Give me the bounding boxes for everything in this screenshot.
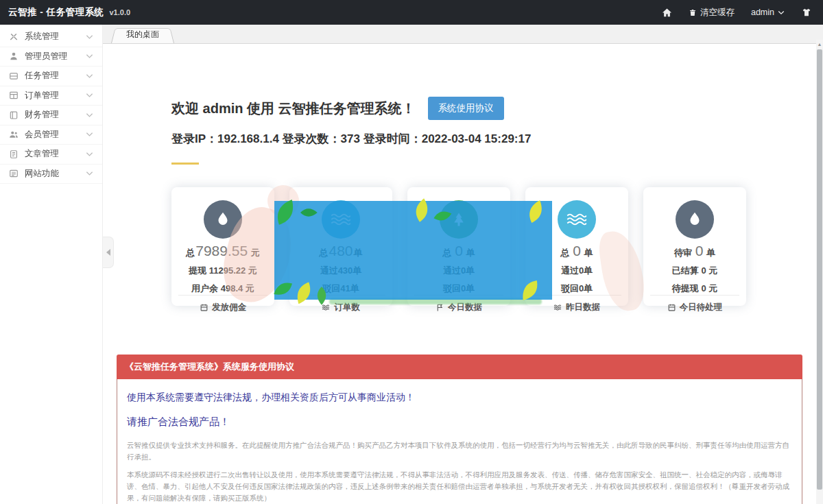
topbar-actions: 清空缓存 admin <box>662 7 812 19</box>
members-icon <box>9 130 19 139</box>
agreement-paragraph-2: 本系统源码不得未经授权进行二次出售转让以及使用，使用本系统需要遵守法律法规，不得… <box>127 469 792 504</box>
home-button[interactable] <box>662 8 672 18</box>
clear-cache-label: 清空缓存 <box>700 7 735 19</box>
chevron-down-icon <box>86 34 93 40</box>
tree-icon <box>440 200 478 239</box>
sidebar-item-site[interactable]: 网站功能 <box>0 165 102 184</box>
home-icon <box>662 8 672 18</box>
sidebar-item-system[interactable]: 系统管理 <box>0 27 102 47</box>
card-stat-line2: 已结算 0 元 <box>672 265 717 277</box>
sidebar-collapse-handle[interactable] <box>103 237 114 268</box>
app-title: 云智推 - 任务管理系统 <box>8 6 104 19</box>
tab-my-desktop[interactable]: 我的桌面 <box>111 26 174 43</box>
chevron-down-icon <box>86 171 93 176</box>
site-icon <box>9 169 19 178</box>
card-stat-line3: 驳回41单 <box>322 283 359 295</box>
chevron-down-icon <box>86 112 93 118</box>
agreement-header: 《云智推任务管理系统》系统服务使用协议 <box>117 355 802 379</box>
sidebar-item-label: 财务管理 <box>25 109 59 121</box>
chevron-down-icon <box>86 73 93 79</box>
card-stat-line3: 待提现 0 元 <box>672 283 717 295</box>
sidebar: 系统管理 管理员管理 任务管理 订单管理 财务管理 会员管理 <box>0 25 103 504</box>
sidebar-item-label: 会员管理 <box>25 129 59 141</box>
chevron-down-icon <box>86 132 93 137</box>
login-info: 登录IP：192.168.1.4 登录次数：373 登录时间：2022-03-0… <box>171 131 823 147</box>
card-commission: 总7989.55 元 提现 11295.22 元 用户余 498.4 元 发放佣… <box>171 187 274 306</box>
welcome-block: 欢迎 admin 使用 云智推任务管理系统！ 系统使用协议 登录IP：192.1… <box>171 97 823 165</box>
agreement-paragraph-1: 云智推仅提供专业技术支持和服务。在此提醒使用方推广合法合规产品！购买产品乙方对本… <box>127 440 792 464</box>
finance-icon <box>9 110 19 120</box>
card-stat-total: 待审 0 单 <box>674 243 715 259</box>
accent-divider <box>171 163 199 165</box>
sidebar-item-label: 任务管理 <box>25 70 59 82</box>
waves-icon <box>322 303 331 312</box>
chevron-down-icon <box>778 10 785 15</box>
card-footer: 今日数据 <box>414 295 504 320</box>
card-stat-line3: 驳回0单 <box>443 283 475 295</box>
card-stat-line3: 驳回0单 <box>561 283 593 295</box>
card-stat-total: 总 0 单 <box>443 243 475 259</box>
calendar-icon <box>667 303 676 312</box>
sidebar-item-articles[interactable]: 文章管理 <box>0 145 102 165</box>
chevron-left-icon <box>106 249 110 256</box>
card-stat-line2: 通过430单 <box>320 265 362 277</box>
card-footer: 订单数 <box>296 295 386 320</box>
theme-button[interactable] <box>801 8 812 17</box>
card-stat-line2: 提现 11295.22 元 <box>189 265 257 277</box>
card-footer: 今日待处理 <box>650 295 740 320</box>
card-footer: 昨日数据 <box>532 295 622 320</box>
article-icon <box>9 149 19 159</box>
agreement-notice-2: 请推广合法合规产品！ <box>127 416 792 429</box>
sidebar-item-orders[interactable]: 订单管理 <box>0 86 102 106</box>
chevron-down-icon <box>86 53 93 59</box>
sidebar-item-label: 文章管理 <box>25 148 59 160</box>
card-stat-total: 总480单 <box>319 243 362 259</box>
sidebar-item-finance[interactable]: 财务管理 <box>0 106 102 125</box>
tab-bar: 我的桌面 <box>103 25 823 44</box>
orders-icon <box>9 91 19 100</box>
user-menu[interactable]: admin <box>751 8 785 17</box>
card-stat-line3: 用户余 498.4 元 <box>191 283 254 295</box>
card-yesterday: 总 0 单 通过0单 驳回0单 昨日数据 <box>525 187 628 306</box>
card-stat-total: 总7989.55 元 <box>186 243 260 259</box>
scrollbar-thumb[interactable] <box>817 49 822 490</box>
user-icon <box>9 51 19 61</box>
username: admin <box>751 8 774 17</box>
chevron-down-icon <box>86 93 93 98</box>
agreement-notice-1: 使用本系统需要遵守法律法规，办理相关资质后方可从事商业活动！ <box>127 392 792 404</box>
card-stat-total: 总 0 单 <box>561 243 593 259</box>
sidebar-item-members[interactable]: 会员管理 <box>0 125 102 145</box>
welcome-greeting: 欢迎 admin 使用 云智推任务管理系统！ <box>171 99 416 118</box>
agreement-body: 使用本系统需要遵守法律法规，办理相关资质后方可从事商业活动！ 请推广合法合规产品… <box>117 379 802 504</box>
drop-icon <box>676 200 714 239</box>
waves-icon <box>553 303 562 312</box>
sidebar-item-tasks[interactable]: 任务管理 <box>0 67 102 86</box>
sidebar-item-label: 系统管理 <box>25 31 59 43</box>
agreement-section: 《云智推任务管理系统》系统服务使用协议 使用本系统需要遵守法律法规，办理相关资质… <box>117 355 802 504</box>
calendar-icon <box>200 303 208 312</box>
card-stat-line2: 通过0单 <box>443 265 475 277</box>
app-window: 云智推 - 任务管理系统 v1.0.0 清空缓存 admin <box>0 0 823 504</box>
wrench-icon <box>9 32 19 42</box>
sidebar-item-label: 网站功能 <box>25 168 59 180</box>
content: 欢迎 admin 使用 云智推任务管理系统！ 系统使用协议 登录IP：192.1… <box>103 44 823 504</box>
scrollbar-up-arrow[interactable]: ▲ <box>816 40 823 48</box>
scrollbar-track[interactable]: ▲ <box>816 40 823 504</box>
card-footer: 发放佣金 <box>178 295 268 320</box>
clear-cache-button[interactable]: 清空缓存 <box>689 7 735 19</box>
app-version: v1.0.0 <box>110 8 131 16</box>
sidebar-item-admins[interactable]: 管理员管理 <box>0 47 102 67</box>
usage-agreement-button[interactable]: 系统使用协议 <box>428 97 504 120</box>
card-pending: 待审 0 单 已结算 0 元 待提现 0 元 今日待处理 <box>643 187 746 306</box>
tasks-icon <box>9 71 19 81</box>
sidebar-item-label: 管理员管理 <box>25 51 68 62</box>
waves-icon <box>322 200 360 239</box>
chevron-down-icon <box>86 152 93 157</box>
waves-icon <box>558 200 596 239</box>
flag-icon <box>436 303 444 312</box>
sidebar-item-label: 订单管理 <box>25 90 59 101</box>
theme-shirt-icon <box>801 8 812 17</box>
drop-icon <box>204 200 242 239</box>
tab-label: 我的桌面 <box>126 29 159 39</box>
topbar: 云智推 - 任务管理系统 v1.0.0 清空缓存 admin <box>0 0 823 25</box>
